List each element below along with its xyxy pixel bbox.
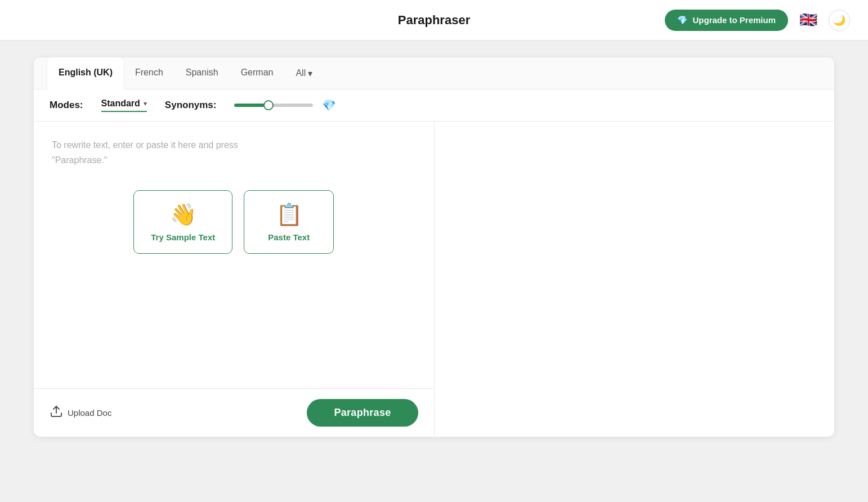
text-input-area[interactable]: To rewrite text, enter or paste it here … xyxy=(34,122,434,388)
bottom-bar: Upload Doc Paraphrase xyxy=(34,388,434,437)
content-area: To rewrite text, enter or paste it here … xyxy=(34,122,834,437)
synonyms-premium-icon: 💎 xyxy=(322,98,336,112)
upload-icon xyxy=(50,405,63,422)
mode-selected-value: Standard xyxy=(101,98,140,109)
input-panel: To rewrite text, enter or paste it here … xyxy=(34,122,435,437)
all-languages-dropdown[interactable]: All ▾ xyxy=(287,58,321,89)
output-panel xyxy=(435,122,835,437)
main-content: English (UK) French Spanish German All ▾… xyxy=(0,41,868,502)
clipboard-icon: 📋 xyxy=(276,202,302,227)
tab-spanish[interactable]: Spanish xyxy=(175,57,230,89)
placeholder-text: To rewrite text, enter or paste it here … xyxy=(52,137,416,168)
mode-selector[interactable]: Standard ▾ xyxy=(101,98,147,112)
paste-text-label: Paste Text xyxy=(268,232,310,242)
synonyms-slider-track[interactable] xyxy=(234,104,313,107)
header: Paraphraser 💎 Upgrade to Premium 🇬🇧 🌙 xyxy=(0,0,868,41)
modes-label: Modes: xyxy=(50,100,83,111)
language-flag[interactable]: 🇬🇧 xyxy=(797,9,820,32)
wave-icon: 👋 xyxy=(170,202,196,227)
upload-label: Upload Doc xyxy=(68,408,111,418)
action-buttons: 👋 Try Sample Text 📋 Paste Text xyxy=(52,179,416,265)
paste-text-button[interactable]: 📋 Paste Text xyxy=(244,190,334,254)
try-sample-button[interactable]: 👋 Try Sample Text xyxy=(133,190,232,254)
upgrade-label: Upgrade to Premium xyxy=(692,15,776,25)
modes-bar: Modes: Standard ▾ Synonyms: 💎 xyxy=(34,89,834,122)
tab-german[interactable]: German xyxy=(230,57,285,89)
synonyms-label: Synonyms: xyxy=(165,100,217,111)
tab-english-uk[interactable]: English (UK) xyxy=(47,57,124,89)
mode-chevron-icon: ▾ xyxy=(144,100,147,107)
chevron-down-icon: ▾ xyxy=(308,68,312,79)
upgrade-button[interactable]: 💎 Upgrade to Premium xyxy=(665,10,788,31)
all-label: All xyxy=(296,68,306,78)
diamond-icon: 💎 xyxy=(677,15,688,25)
moon-icon: 🌙 xyxy=(833,14,845,26)
paraphrase-button[interactable]: Paraphrase xyxy=(307,399,418,427)
upload-doc-button[interactable]: Upload Doc xyxy=(50,405,111,422)
synonyms-slider-wrapper: 💎 xyxy=(234,98,336,112)
app-title: Paraphraser xyxy=(398,13,470,28)
paraphraser-card: English (UK) French Spanish German All ▾… xyxy=(34,57,834,437)
try-sample-label: Try Sample Text xyxy=(151,232,215,242)
tab-french[interactable]: French xyxy=(124,57,175,89)
synonyms-slider-thumb[interactable] xyxy=(263,100,274,110)
language-tabs: English (UK) French Spanish German All ▾ xyxy=(34,57,834,89)
header-actions: 💎 Upgrade to Premium 🇬🇧 🌙 xyxy=(665,9,850,32)
dark-mode-button[interactable]: 🌙 xyxy=(829,10,850,31)
